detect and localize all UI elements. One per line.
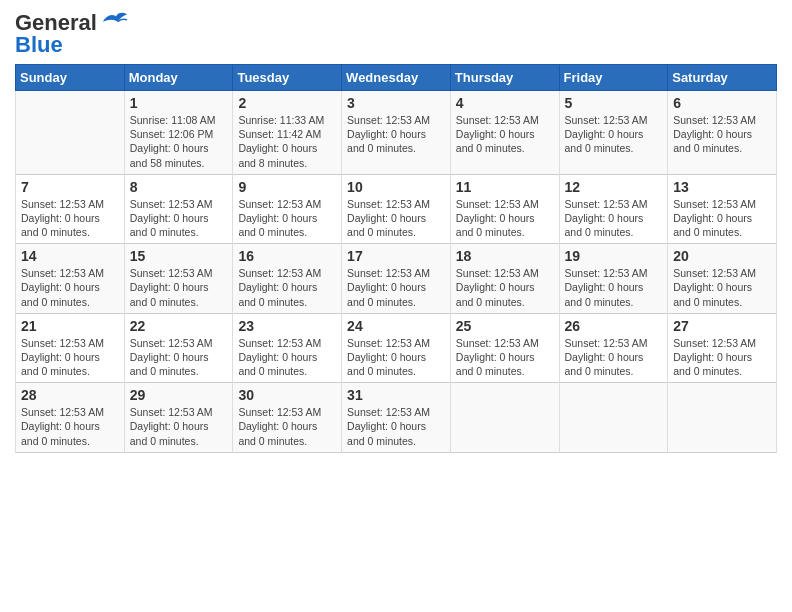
day-info: Sunset: 12:53 AM Daylight: 0 hours and 0… bbox=[456, 266, 554, 309]
day-number: 5 bbox=[565, 95, 663, 111]
calendar-table: SundayMondayTuesdayWednesdayThursdayFrid… bbox=[15, 64, 777, 453]
day-info: Sunset: 12:53 AM Daylight: 0 hours and 0… bbox=[456, 197, 554, 240]
day-number: 11 bbox=[456, 179, 554, 195]
day-cell: 21Sunset: 12:53 AM Daylight: 0 hours and… bbox=[16, 313, 125, 383]
day-info: Sunset: 12:53 AM Daylight: 0 hours and 0… bbox=[21, 197, 119, 240]
day-number: 10 bbox=[347, 179, 445, 195]
day-info: Sunset: 12:53 AM Daylight: 0 hours and 0… bbox=[673, 197, 771, 240]
day-info: Sunset: 12:53 AM Daylight: 0 hours and 0… bbox=[21, 336, 119, 379]
day-info: Sunrise: 11:08 AM Sunset: 12:06 PM Dayli… bbox=[130, 113, 228, 170]
day-cell: 18Sunset: 12:53 AM Daylight: 0 hours and… bbox=[450, 244, 559, 314]
day-cell: 2Sunrise: 11:33 AM Sunset: 11:42 AM Dayl… bbox=[233, 91, 342, 175]
day-number: 24 bbox=[347, 318, 445, 334]
day-number: 19 bbox=[565, 248, 663, 264]
day-header-thursday: Thursday bbox=[450, 65, 559, 91]
day-number: 29 bbox=[130, 387, 228, 403]
header: General Blue bbox=[15, 10, 777, 58]
day-cell: 20Sunset: 12:53 AM Daylight: 0 hours and… bbox=[668, 244, 777, 314]
day-cell: 11Sunset: 12:53 AM Daylight: 0 hours and… bbox=[450, 174, 559, 244]
day-cell: 12Sunset: 12:53 AM Daylight: 0 hours and… bbox=[559, 174, 668, 244]
day-info: Sunset: 12:53 AM Daylight: 0 hours and 0… bbox=[565, 113, 663, 156]
day-info: Sunset: 12:53 AM Daylight: 0 hours and 0… bbox=[238, 266, 336, 309]
day-info: Sunrise: 11:33 AM Sunset: 11:42 AM Dayli… bbox=[238, 113, 336, 170]
day-cell: 27Sunset: 12:53 AM Daylight: 0 hours and… bbox=[668, 313, 777, 383]
day-header-sunday: Sunday bbox=[16, 65, 125, 91]
day-cell: 19Sunset: 12:53 AM Daylight: 0 hours and… bbox=[559, 244, 668, 314]
day-info: Sunset: 12:53 AM Daylight: 0 hours and 0… bbox=[130, 266, 228, 309]
day-number: 30 bbox=[238, 387, 336, 403]
day-cell: 4Sunset: 12:53 AM Daylight: 0 hours and … bbox=[450, 91, 559, 175]
day-cell: 15Sunset: 12:53 AM Daylight: 0 hours and… bbox=[124, 244, 233, 314]
day-number: 22 bbox=[130, 318, 228, 334]
day-info: Sunset: 12:53 AM Daylight: 0 hours and 0… bbox=[565, 336, 663, 379]
day-info: Sunset: 12:53 AM Daylight: 0 hours and 0… bbox=[238, 405, 336, 448]
day-cell: 10Sunset: 12:53 AM Daylight: 0 hours and… bbox=[342, 174, 451, 244]
day-header-wednesday: Wednesday bbox=[342, 65, 451, 91]
day-info: Sunset: 12:53 AM Daylight: 0 hours and 0… bbox=[130, 405, 228, 448]
day-number: 18 bbox=[456, 248, 554, 264]
day-number: 25 bbox=[456, 318, 554, 334]
day-cell: 13Sunset: 12:53 AM Daylight: 0 hours and… bbox=[668, 174, 777, 244]
day-info: Sunset: 12:53 AM Daylight: 0 hours and 0… bbox=[21, 405, 119, 448]
day-info: Sunset: 12:53 AM Daylight: 0 hours and 0… bbox=[238, 336, 336, 379]
day-number: 28 bbox=[21, 387, 119, 403]
day-cell: 31Sunset: 12:53 AM Daylight: 0 hours and… bbox=[342, 383, 451, 453]
day-number: 1 bbox=[130, 95, 228, 111]
days-header-row: SundayMondayTuesdayWednesdayThursdayFrid… bbox=[16, 65, 777, 91]
day-cell: 6Sunset: 12:53 AM Daylight: 0 hours and … bbox=[668, 91, 777, 175]
logo: General Blue bbox=[15, 10, 129, 58]
week-row-1: 1Sunrise: 11:08 AM Sunset: 12:06 PM Dayl… bbox=[16, 91, 777, 175]
day-number: 2 bbox=[238, 95, 336, 111]
day-number: 15 bbox=[130, 248, 228, 264]
day-header-friday: Friday bbox=[559, 65, 668, 91]
day-cell: 22Sunset: 12:53 AM Daylight: 0 hours and… bbox=[124, 313, 233, 383]
day-info: Sunset: 12:53 AM Daylight: 0 hours and 0… bbox=[347, 197, 445, 240]
day-cell: 17Sunset: 12:53 AM Daylight: 0 hours and… bbox=[342, 244, 451, 314]
day-info: Sunset: 12:53 AM Daylight: 0 hours and 0… bbox=[673, 266, 771, 309]
day-cell: 29Sunset: 12:53 AM Daylight: 0 hours and… bbox=[124, 383, 233, 453]
week-row-3: 14Sunset: 12:53 AM Daylight: 0 hours and… bbox=[16, 244, 777, 314]
day-number: 4 bbox=[456, 95, 554, 111]
day-info: Sunset: 12:53 AM Daylight: 0 hours and 0… bbox=[238, 197, 336, 240]
day-cell bbox=[450, 383, 559, 453]
day-number: 26 bbox=[565, 318, 663, 334]
day-header-saturday: Saturday bbox=[668, 65, 777, 91]
day-cell: 8Sunset: 12:53 AM Daylight: 0 hours and … bbox=[124, 174, 233, 244]
day-cell: 5Sunset: 12:53 AM Daylight: 0 hours and … bbox=[559, 91, 668, 175]
bird-icon bbox=[101, 8, 129, 28]
day-cell: 25Sunset: 12:53 AM Daylight: 0 hours and… bbox=[450, 313, 559, 383]
day-cell bbox=[559, 383, 668, 453]
day-number: 7 bbox=[21, 179, 119, 195]
day-info: Sunset: 12:53 AM Daylight: 0 hours and 0… bbox=[565, 197, 663, 240]
day-info: Sunset: 12:53 AM Daylight: 0 hours and 0… bbox=[347, 405, 445, 448]
day-info: Sunset: 12:53 AM Daylight: 0 hours and 0… bbox=[21, 266, 119, 309]
day-cell: 24Sunset: 12:53 AM Daylight: 0 hours and… bbox=[342, 313, 451, 383]
week-row-5: 28Sunset: 12:53 AM Daylight: 0 hours and… bbox=[16, 383, 777, 453]
day-number: 6 bbox=[673, 95, 771, 111]
day-info: Sunset: 12:53 AM Daylight: 0 hours and 0… bbox=[456, 336, 554, 379]
day-cell: 9Sunset: 12:53 AM Daylight: 0 hours and … bbox=[233, 174, 342, 244]
day-number: 21 bbox=[21, 318, 119, 334]
week-row-4: 21Sunset: 12:53 AM Daylight: 0 hours and… bbox=[16, 313, 777, 383]
day-info: Sunset: 12:53 AM Daylight: 0 hours and 0… bbox=[673, 113, 771, 156]
week-row-2: 7Sunset: 12:53 AM Daylight: 0 hours and … bbox=[16, 174, 777, 244]
day-cell: 7Sunset: 12:53 AM Daylight: 0 hours and … bbox=[16, 174, 125, 244]
day-info: Sunset: 12:53 AM Daylight: 0 hours and 0… bbox=[347, 113, 445, 156]
day-number: 17 bbox=[347, 248, 445, 264]
day-header-tuesday: Tuesday bbox=[233, 65, 342, 91]
day-info: Sunset: 12:53 AM Daylight: 0 hours and 0… bbox=[565, 266, 663, 309]
day-cell: 14Sunset: 12:53 AM Daylight: 0 hours and… bbox=[16, 244, 125, 314]
day-number: 9 bbox=[238, 179, 336, 195]
day-cell bbox=[16, 91, 125, 175]
day-info: Sunset: 12:53 AM Daylight: 0 hours and 0… bbox=[347, 336, 445, 379]
day-number: 16 bbox=[238, 248, 336, 264]
day-number: 12 bbox=[565, 179, 663, 195]
day-cell: 16Sunset: 12:53 AM Daylight: 0 hours and… bbox=[233, 244, 342, 314]
day-cell: 30Sunset: 12:53 AM Daylight: 0 hours and… bbox=[233, 383, 342, 453]
day-number: 31 bbox=[347, 387, 445, 403]
day-info: Sunset: 12:53 AM Daylight: 0 hours and 0… bbox=[130, 197, 228, 240]
day-number: 27 bbox=[673, 318, 771, 334]
day-number: 20 bbox=[673, 248, 771, 264]
day-info: Sunset: 12:53 AM Daylight: 0 hours and 0… bbox=[347, 266, 445, 309]
day-cell: 28Sunset: 12:53 AM Daylight: 0 hours and… bbox=[16, 383, 125, 453]
